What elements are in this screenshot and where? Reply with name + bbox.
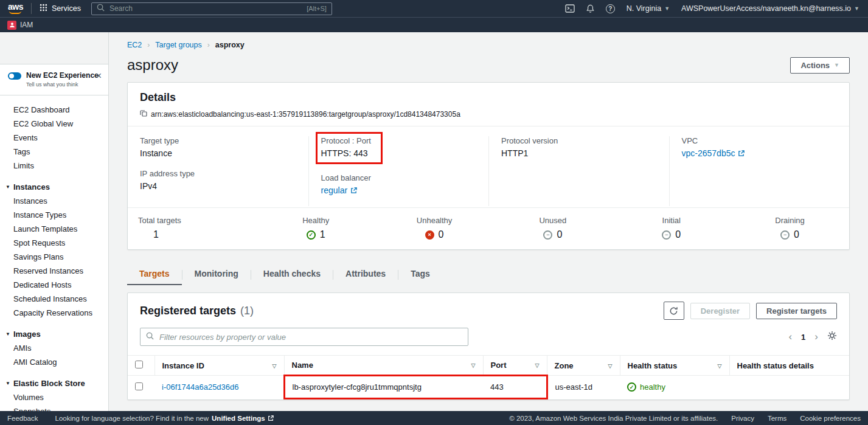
sidebar-item-ec2-dashboard[interactable]: EC2 Dashboard (0, 103, 108, 117)
unhealthy-x-icon: × (425, 230, 434, 240)
sidebar-item-instances[interactable]: Instances (0, 194, 108, 208)
sidebar-item-volumes[interactable]: Volumes (0, 390, 108, 404)
cloudshell-icon[interactable] (565, 4, 575, 13)
tab-attributes[interactable]: Attributes (333, 264, 398, 285)
sort-icon[interactable]: ▽ (608, 363, 613, 369)
chevron-down-icon: ▼ (834, 62, 839, 68)
table-header-row: Instance ID▽ Name▽ Port▽ Zone▽ Health st (128, 356, 849, 376)
help-icon[interactable]: ? (606, 4, 615, 13)
filter-input[interactable] (158, 332, 462, 342)
services-grid-icon (40, 4, 47, 13)
breadcrumb-target-groups[interactable]: Target groups (155, 41, 201, 49)
next-page-icon[interactable]: › (814, 333, 818, 341)
column-port[interactable]: Port▽ (483, 356, 547, 376)
target-name-cell: lb-asproxytyler-cfcg8jru1tmmqpntsjtg (284, 376, 483, 399)
column-instance-id[interactable]: Instance ID▽ (155, 356, 284, 376)
terms-link[interactable]: Terms (768, 415, 786, 422)
close-icon[interactable]: × (96, 72, 102, 80)
sidebar-item-instance-types[interactable]: Instance Types (0, 208, 108, 222)
sidebar-item-snapshots[interactable]: Snapshots (0, 404, 108, 411)
sidebar: New EC2 Experience Tell us what you thin… (0, 32, 109, 411)
copy-icon[interactable] (140, 109, 147, 119)
refresh-button[interactable] (664, 302, 684, 320)
stat-healthy: Healthy ✓ 1 (257, 216, 375, 240)
column-name[interactable]: Name▽ (284, 356, 483, 376)
account-menu[interactable]: AWSPowerUserAccess/navaneeth.kn@harness.… (681, 4, 859, 13)
privacy-link[interactable]: Privacy (731, 415, 754, 422)
target-zone-cell: us-east-1d (547, 376, 620, 399)
unified-settings-link[interactable]: Unified Settings (212, 415, 274, 422)
neutral-minus-icon: − (543, 230, 552, 240)
sidebar-item-launch-templates[interactable]: Launch Templates (0, 222, 108, 236)
row-checkbox[interactable] (135, 382, 143, 390)
sidebar-item-capacity-reservations[interactable]: Capacity Reservations (0, 306, 108, 320)
sort-icon[interactable]: ▽ (535, 362, 540, 368)
sort-icon[interactable]: ▽ (718, 363, 722, 369)
notifications-bell-icon[interactable] (586, 4, 594, 13)
feedback-link[interactable]: Feedback (7, 415, 38, 422)
new-experience-toggle[interactable] (8, 72, 21, 80)
page-number[interactable]: 1 (801, 333, 805, 342)
target-port-cell: 443 (483, 376, 547, 399)
services-menu-button[interactable]: Services (32, 4, 89, 13)
region-label: N. Virginia (627, 4, 661, 13)
aws-logo[interactable]: aws (0, 3, 31, 14)
sidebar-item-events[interactable]: Events (0, 131, 108, 145)
global-search-bar[interactable]: [Alt+S] (91, 2, 332, 15)
instance-id-link[interactable]: i-06f1744a6a25d36d6 (155, 376, 284, 399)
search-input[interactable] (108, 4, 303, 13)
stat-total-targets: Total targets 1 (128, 216, 257, 240)
annotation-box-protocol-port: Protocol : Port HTTPS: 443 (316, 132, 383, 164)
region-selector[interactable]: N. Virginia ▼ (627, 4, 670, 13)
filter-field[interactable] (140, 328, 468, 346)
aws-logo-text: aws (8, 3, 23, 11)
favorites-iam-link[interactable]: IAM (20, 21, 33, 29)
language-hint-text: Looking for language selection? Find it … (55, 415, 209, 422)
target-group-arn: arn:aws:elasticloadbalancing:us-east-1:3… (151, 110, 460, 119)
breadcrumb-ec2[interactable]: EC2 (127, 41, 142, 49)
register-targets-button[interactable]: Register targets (756, 303, 837, 319)
cookie-preferences-link[interactable]: Cookie preferences (800, 415, 861, 422)
vpc-link[interactable]: vpc-2657db5c (682, 148, 745, 158)
tab-tags[interactable]: Tags (398, 264, 442, 285)
tab-health-checks[interactable]: Health checks (251, 264, 333, 285)
chevron-down-icon: ▼ (5, 331, 10, 337)
column-health-status[interactable]: Health status▽ (620, 356, 729, 376)
target-health-details-cell (729, 376, 849, 399)
tab-monitoring[interactable]: Monitoring (182, 264, 251, 285)
sidebar-item-reserved-instances[interactable]: Reserved Instances (0, 264, 108, 278)
neutral-minus-icon: − (662, 230, 671, 240)
section-label: Images (13, 330, 41, 339)
previous-page-icon[interactable]: ‹ (788, 333, 792, 341)
table-settings-gear-icon[interactable] (827, 331, 837, 343)
sidebar-section-instances[interactable]: ▼ Instances (0, 180, 108, 194)
sidebar-item-spot-requests[interactable]: Spot Requests (0, 236, 108, 250)
sidebar-item-tags[interactable]: Tags (0, 145, 108, 159)
neutral-minus-icon: − (780, 230, 790, 240)
search-icon (146, 331, 154, 342)
healthy-check-icon: ✓ (307, 230, 316, 240)
stat-unhealthy: Unhealthy × 0 (375, 216, 494, 240)
section-label: Elastic Block Store (13, 379, 85, 388)
sidebar-section-elastic-block-store[interactable]: ▼ Elastic Block Store (0, 376, 108, 390)
sidebar-menu: EC2 Dashboard EC2 Global View Events Tag… (0, 95, 108, 411)
sidebar-item-savings-plans[interactable]: Savings Plans (0, 250, 108, 264)
sidebar-item-amis[interactable]: AMIs (0, 341, 108, 355)
deregister-button[interactable]: Deregister (690, 303, 750, 319)
target-health-cell: ✓ healthy (620, 376, 729, 399)
sidebar-top-gap (0, 32, 108, 64)
sidebar-item-limits[interactable]: Limits (0, 159, 108, 173)
details-heading: Details (140, 91, 176, 103)
column-zone[interactable]: Zone▽ (547, 356, 620, 376)
select-all-checkbox[interactable] (135, 361, 143, 368)
load-balancer-link[interactable]: regular (321, 185, 358, 195)
sidebar-item-ec2-global-view[interactable]: EC2 Global View (0, 117, 108, 131)
sidebar-item-scheduled-instances[interactable]: Scheduled Instances (0, 292, 108, 306)
sort-icon[interactable]: ▽ (273, 363, 277, 369)
sidebar-section-images[interactable]: ▼ Images (0, 327, 108, 341)
sidebar-item-dedicated-hosts[interactable]: Dedicated Hosts (0, 278, 108, 292)
actions-button[interactable]: Actions ▼ (790, 57, 850, 74)
sort-icon[interactable]: ▽ (471, 362, 476, 368)
sidebar-item-ami-catalog[interactable]: AMI Catalog (0, 355, 108, 369)
tab-targets[interactable]: Targets (127, 264, 182, 285)
